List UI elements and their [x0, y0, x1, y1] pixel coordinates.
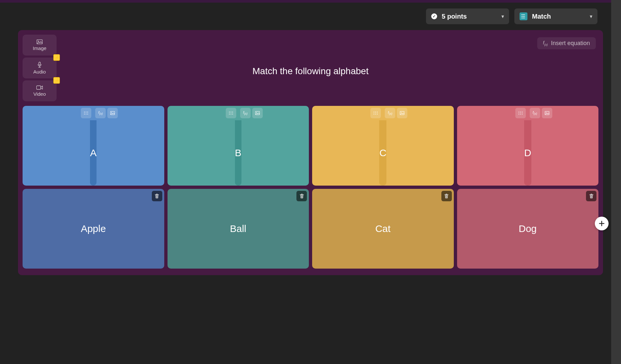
- drag-handle-icon[interactable]: [226, 108, 236, 118]
- svg-point-36: [519, 114, 519, 114]
- answer-text: Dog: [519, 223, 537, 234]
- match-icon: [520, 12, 527, 20]
- prompt-card[interactable]: f(x)B: [168, 106, 309, 186]
- function-icon: f(x): [543, 40, 548, 46]
- svg-point-28: [374, 114, 374, 114]
- prompt-card[interactable]: f(x)D: [457, 106, 599, 186]
- question-type-dropdown[interactable]: Match ▾: [514, 8, 597, 24]
- bolt-icon: ⚡: [53, 54, 60, 61]
- svg-point-22: [232, 114, 233, 114]
- prompt-card[interactable]: f(x)A: [23, 106, 164, 186]
- svg-point-24: [401, 112, 401, 113]
- image-label: Image: [33, 45, 46, 51]
- audio-label: Audio: [33, 69, 46, 74]
- points-label: 5 points: [442, 13, 467, 20]
- microphone-icon: [37, 62, 42, 68]
- drag-handle-icon[interactable]: [370, 108, 381, 118]
- insert-equation-button[interactable]: f(x) Insert equation: [537, 37, 596, 49]
- svg-point-35: [522, 112, 523, 112]
- svg-point-18: [231, 112, 231, 112]
- match-column: f(x)CCat: [312, 106, 454, 269]
- svg-point-2: [521, 18, 522, 18]
- svg-rect-5: [39, 62, 41, 65]
- svg-point-1: [521, 16, 522, 17]
- right-panel-edge: [611, 0, 621, 364]
- svg-point-25: [374, 112, 374, 112]
- question-text[interactable]: Match the following alphabet: [18, 66, 603, 76]
- question-editor: Image Audio ⚡ Video ⚡ f(x) Insert equati…: [18, 30, 603, 275]
- svg-point-32: [545, 112, 546, 113]
- chevron-down-icon: ▾: [488, 14, 504, 19]
- svg-point-0: [521, 14, 522, 15]
- answer-text: Ball: [230, 223, 246, 234]
- equation-tool-icon[interactable]: f(x): [530, 108, 540, 118]
- svg-point-8: [111, 112, 112, 113]
- prompt-text: A: [90, 147, 97, 158]
- add-video-button[interactable]: Video ⚡: [23, 80, 57, 101]
- svg-point-12: [84, 114, 85, 114]
- question-type-label: Match: [532, 13, 551, 20]
- answer-card[interactable]: Dog: [457, 189, 599, 269]
- answer-text: Apple: [81, 223, 106, 234]
- svg-point-26: [375, 112, 376, 112]
- svg-point-13: [86, 114, 86, 114]
- points-dropdown[interactable]: ✓ 5 points ▾: [426, 8, 509, 24]
- svg-point-29: [375, 114, 376, 114]
- match-cards-grid: f(x)AApplef(x)BBallf(x)CCatf(x)DDog: [23, 106, 598, 269]
- drag-handle-icon[interactable]: [515, 108, 526, 118]
- answer-card[interactable]: Apple: [23, 189, 164, 269]
- equation-tool-icon[interactable]: f(x): [95, 108, 106, 118]
- svg-point-20: [229, 114, 230, 114]
- question-toolbar: ✓ 5 points ▾ Match ▾: [0, 3, 621, 30]
- svg-point-11: [87, 112, 88, 112]
- app-top-strip: [0, 0, 621, 3]
- add-image-button[interactable]: Image: [23, 35, 57, 56]
- svg-rect-6: [37, 86, 41, 89]
- match-column: f(x)AApple: [23, 106, 164, 269]
- svg-point-37: [520, 114, 521, 114]
- prompt-text: D: [524, 147, 531, 158]
- svg-point-4: [38, 41, 39, 41]
- delete-button[interactable]: [152, 191, 162, 201]
- svg-point-34: [520, 112, 521, 112]
- media-buttons: Image Audio ⚡ Video ⚡: [23, 35, 57, 101]
- delete-button[interactable]: [586, 191, 596, 201]
- svg-point-10: [86, 112, 86, 112]
- prompt-text: C: [379, 147, 386, 158]
- video-icon: [36, 85, 43, 90]
- svg-point-38: [522, 114, 523, 114]
- svg-point-14: [87, 114, 88, 114]
- image-tool-icon[interactable]: [107, 108, 118, 118]
- check-circle-icon: ✓: [431, 13, 437, 19]
- image-icon: [37, 40, 43, 44]
- svg-point-30: [377, 114, 378, 114]
- svg-point-21: [231, 114, 231, 114]
- match-column: f(x)BBall: [168, 106, 309, 269]
- answer-card[interactable]: Cat: [312, 189, 454, 269]
- image-tool-icon[interactable]: [542, 108, 552, 118]
- image-tool-icon[interactable]: [252, 108, 263, 118]
- bolt-icon: ⚡: [53, 77, 60, 84]
- answer-card[interactable]: Ball: [168, 189, 309, 269]
- add-option-button[interactable]: [595, 217, 609, 230]
- add-audio-button[interactable]: Audio ⚡: [23, 58, 57, 78]
- svg-point-19: [232, 112, 233, 112]
- equation-tool-icon[interactable]: f(x): [385, 108, 395, 118]
- svg-point-27: [377, 112, 378, 112]
- svg-point-33: [519, 112, 519, 112]
- video-label: Video: [33, 91, 46, 97]
- delete-button[interactable]: [441, 191, 452, 201]
- prompt-text: B: [235, 147, 241, 158]
- drag-handle-icon[interactable]: [81, 108, 91, 118]
- delete-button[interactable]: [296, 191, 307, 201]
- svg-point-16: [256, 112, 257, 113]
- prompt-card[interactable]: f(x)C: [312, 106, 454, 186]
- svg-point-17: [229, 112, 230, 112]
- svg-point-9: [84, 112, 85, 112]
- match-column: f(x)DDog: [457, 106, 599, 269]
- chevron-down-icon: ▾: [577, 14, 592, 19]
- answer-text: Cat: [375, 223, 391, 234]
- image-tool-icon[interactable]: [397, 108, 407, 118]
- insert-equation-label: Insert equation: [551, 40, 590, 47]
- equation-tool-icon[interactable]: f(x): [240, 108, 251, 118]
